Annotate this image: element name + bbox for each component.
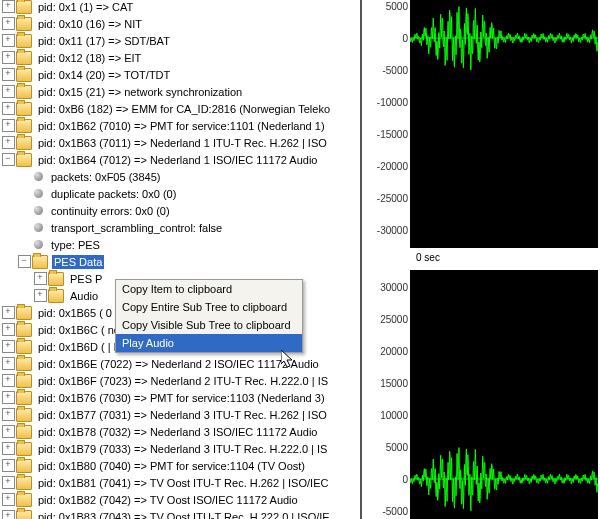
menu-copy-entire[interactable]: Copy Entire Sub Tree to clipboard [116,298,302,316]
bullet-icon [34,172,43,181]
expander-plus-icon[interactable]: + [2,510,15,519]
expander-plus-icon[interactable]: + [34,272,47,285]
expander-plus-icon[interactable]: + [2,425,15,438]
tree-node[interactable]: pid: 0xB6 (182) => EMM for CA_ID:2816 (N… [36,102,332,116]
tree-node-expanded[interactable]: pid: 0x1B64 (7012) => Nederland 1 ISO/IE… [36,153,319,167]
tree-node[interactable]: pid: 0x12 (18) => EIT [36,51,143,65]
folder-icon [16,17,32,31]
ytick: 20000 [380,346,408,357]
expander-plus-icon[interactable]: + [2,85,15,98]
folder-icon [16,442,32,456]
tree-leaf[interactable]: duplicate packets: 0x0 (0) [49,187,178,201]
expander-plus-icon[interactable]: + [2,0,15,13]
folder-icon [16,459,32,473]
menu-copy-item[interactable]: Copy Item to clipboard [116,280,302,298]
expander-plus-icon[interactable]: + [2,459,15,472]
ytick: 30000 [380,282,408,293]
expander-plus-icon[interactable]: + [2,102,15,115]
folder-icon [32,255,48,269]
waveform-plot-bottom[interactable] [410,270,598,519]
tree-node[interactable]: Audio [68,289,100,303]
tree-node[interactable]: PES P [68,272,104,286]
expander-plus-icon[interactable]: + [2,442,15,455]
tree-node[interactable]: pid: 0x1B83 (7043) => TV Oost ITU-T Rec.… [36,510,332,520]
tree-node-selected[interactable]: PES Data [52,255,104,269]
ytick: -5000 [382,506,408,517]
ytick: -30000 [377,225,408,236]
tree-leaf[interactable]: transport_scrambling_control: false [49,221,224,235]
tree-node[interactable]: pid: 0x1B81 (7041) => TV Oost ITU-T Rec.… [36,476,330,490]
expander-plus-icon[interactable]: + [2,391,15,404]
ytick: 25000 [380,314,408,325]
expander-minus-icon[interactable]: − [18,255,31,268]
x-label: 0 sec [416,252,440,263]
tree-node[interactable]: pid: 0x1B62 (7010) => PMT for service:11… [36,119,327,133]
ytick: -25000 [377,193,408,204]
menu-play-audio[interactable]: Play Audio [116,334,302,352]
folder-icon [16,153,32,167]
folder-icon [48,289,64,303]
expander-plus-icon[interactable]: + [2,119,15,132]
expander-plus-icon[interactable]: + [2,493,15,506]
expander-plus-icon[interactable]: + [2,51,15,64]
tree-node[interactable]: pid: 0x1 (1) => CAT [36,0,135,14]
expander-plus-icon[interactable]: + [2,68,15,81]
folder-icon [16,493,32,507]
folder-icon [16,425,32,439]
menu-copy-visible[interactable]: Copy Visible Sub Tree to clipboard [116,316,302,334]
ytick: -20000 [377,161,408,172]
folder-icon [16,119,32,133]
ytick: 15000 [380,378,408,389]
tree-node[interactable]: pid: 0x11 (17) => SDT/BAT [36,34,172,48]
tree-node[interactable]: pid: 0x1B76 (7030) => PMT for service:11… [36,391,327,405]
expander-minus-icon[interactable]: − [2,153,15,166]
folder-icon [16,68,32,82]
tree-node[interactable]: pid: 0x1B82 (7042) => TV Oost ISO/IEC 11… [36,493,300,507]
bullet-icon [34,240,43,249]
tree-node[interactable]: pid: 0x14 (20) => TOT/TDT [36,68,172,82]
expander-plus-icon[interactable]: + [2,340,15,353]
folder-icon [16,85,32,99]
folder-icon [16,510,32,520]
expander-plus-icon[interactable]: + [2,374,15,387]
folder-icon [16,340,32,354]
folder-icon [16,408,32,422]
waveform-plot-top[interactable] [410,0,598,248]
expander-plus-icon[interactable]: + [2,476,15,489]
expander-plus-icon[interactable]: + [2,323,15,336]
tree-node[interactable]: pid: 0x1B63 (7011) => Nederland 1 ITU-T … [36,136,329,150]
tree-node[interactable]: pid: 0x1B77 (7031) => Nederland 3 ITU-T … [36,408,329,422]
tree-leaf[interactable]: continuity errors: 0x0 (0) [49,204,172,218]
expander-plus-icon[interactable]: + [2,136,15,149]
expander-plus-icon[interactable]: + [34,289,47,302]
ytick: 5000 [386,442,408,453]
tree-node[interactable]: pid: 0x1B6E (7022) => Nederland 2 ISO/IE… [36,357,321,371]
expander-plus-icon[interactable]: + [2,408,15,421]
tree-leaf[interactable]: type: PES [49,238,102,252]
folder-icon [16,102,32,116]
ytick: 5000 [386,1,408,12]
folder-icon [16,391,32,405]
expander-plus-icon[interactable]: + [2,34,15,47]
expander-plus-icon[interactable]: + [2,306,15,319]
expander-plus-icon[interactable]: + [2,357,15,370]
ytick: -15000 [377,129,408,140]
folder-icon [16,0,32,14]
expander-plus-icon[interactable]: + [2,17,15,30]
tree-leaf[interactable]: packets: 0xF05 (3845) [49,170,162,184]
folder-icon [16,136,32,150]
tree-node[interactable]: pid: 0x1B78 (7032) => Nederland 3 ISO/IE… [36,425,319,439]
ytick: -5000 [382,65,408,76]
ytick: -10000 [377,97,408,108]
folder-icon [16,51,32,65]
tree-node[interactable]: pid: 0x1B80 (7040) => PMT for service:11… [36,459,307,473]
folder-icon [16,374,32,388]
tree-node[interactable]: pid: 0x15 (21) => network synchronizatio… [36,85,244,99]
tree-node[interactable]: pid: 0x10 (16) => NIT [36,17,144,31]
ytick: 0 [402,33,408,44]
tree-node[interactable]: pid: 0x1B79 (7033) => Nederland 3 ITU-T … [36,442,329,456]
bullet-icon [34,189,43,198]
tree-node[interactable]: pid: 0x1B6F (7023) => Nederland 2 ITU-T … [36,374,330,388]
folder-icon [16,357,32,371]
ytick: 0 [402,474,408,485]
